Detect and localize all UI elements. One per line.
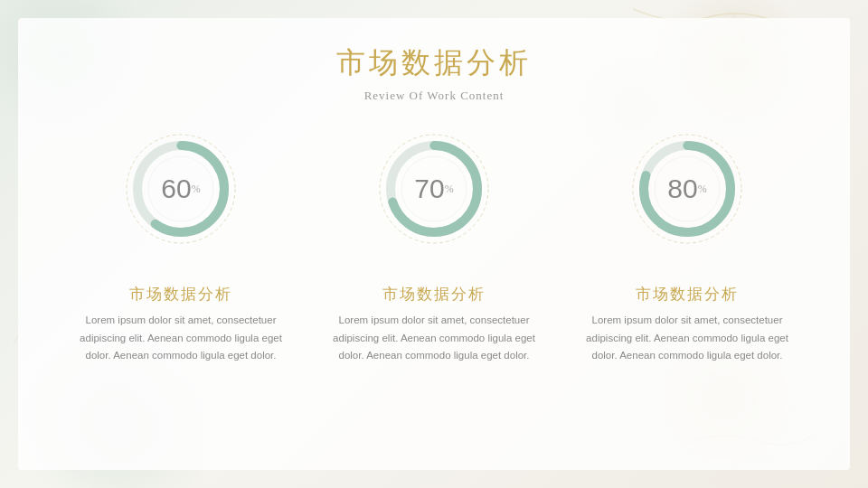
main-card: 市场数据分析 Review Of Work Content 60% [18, 18, 850, 470]
info-title-1: 市场数据分析 [67, 284, 295, 305]
info-item-2: 市场数据分析 Lorem ipsum dolor sit amet, conse… [320, 284, 548, 365]
page-title: 市场数据分析 [336, 43, 532, 83]
donut-3: 80% [628, 130, 746, 248]
chart-item-3: 80% [573, 130, 801, 264]
donut-1: 60% [122, 130, 240, 248]
info-title-2: 市场数据分析 [320, 284, 548, 305]
donut-value-2: 70 [414, 174, 444, 203]
info-text-3: Lorem ipsum dolor sit amet, consectetuer… [573, 312, 801, 365]
chart-item-2: 70% [320, 130, 548, 264]
chart-item-1: 60% [67, 130, 295, 264]
info-item-3: 市场数据分析 Lorem ipsum dolor sit amet, conse… [573, 284, 801, 365]
donut-percent-3: % [698, 183, 707, 195]
donut-label-2: 70% [414, 174, 453, 204]
info-item-1: 市场数据分析 Lorem ipsum dolor sit amet, conse… [67, 284, 295, 365]
donut-value-3: 80 [667, 174, 697, 203]
donut-2: 70% [375, 130, 493, 248]
info-text-2: Lorem ipsum dolor sit amet, consectetuer… [320, 312, 548, 365]
info-row: 市场数据分析 Lorem ipsum dolor sit amet, conse… [54, 284, 814, 365]
charts-row: 60% 70% [54, 130, 814, 264]
info-title-3: 市场数据分析 [573, 284, 801, 305]
info-text-1: Lorem ipsum dolor sit amet, consectetuer… [67, 312, 295, 365]
donut-percent-1: % [192, 183, 201, 195]
page-subtitle: Review Of Work Content [364, 89, 505, 103]
donut-label-1: 60% [161, 174, 200, 204]
donut-value-1: 60 [161, 174, 191, 203]
donut-label-3: 80% [667, 174, 706, 204]
donut-percent-2: % [445, 183, 454, 195]
